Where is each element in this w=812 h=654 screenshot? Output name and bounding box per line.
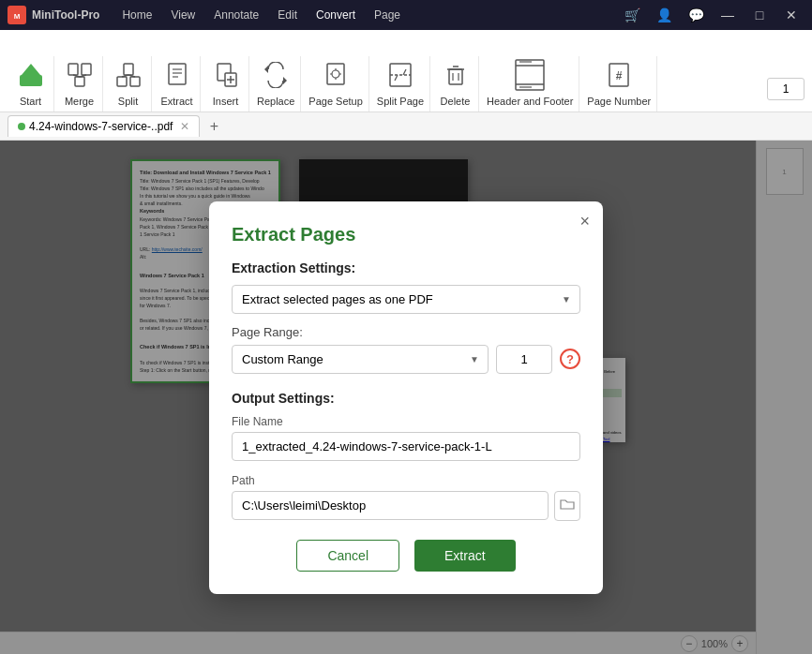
ribbon-split[interactable]: Split xyxy=(105,56,152,111)
extract-button[interactable]: Extract xyxy=(414,540,516,572)
svg-rect-10 xyxy=(117,77,127,86)
page-setup-icon xyxy=(319,56,353,94)
modal-overlay: × Extract Pages Extraction Settings: Ext… xyxy=(0,141,812,654)
merge-label: Merge xyxy=(65,96,94,108)
svg-rect-39 xyxy=(516,60,544,90)
cancel-button[interactable]: Cancel xyxy=(296,540,399,572)
insert-icon xyxy=(209,56,243,94)
svg-line-32 xyxy=(395,75,398,81)
page-range-select[interactable]: Custom RangeAll PagesOdd PagesEven Pages xyxy=(232,345,489,374)
page-number-icon: # xyxy=(602,56,636,94)
menu-page[interactable]: Page xyxy=(365,5,410,25)
path-field: Path xyxy=(232,474,580,521)
ribbon-delete[interactable]: Delete xyxy=(432,56,479,111)
svg-rect-5 xyxy=(82,64,91,75)
start-icon xyxy=(14,56,48,94)
tab-active-dot xyxy=(18,123,25,130)
modal-close-button[interactable]: × xyxy=(579,213,590,230)
page-range-row: Custom RangeAll PagesOdd PagesEven Pages… xyxy=(232,345,580,374)
insert-label: Insert xyxy=(213,96,239,108)
svg-text:#: # xyxy=(616,69,623,82)
file-name-field: File Name xyxy=(232,415,580,461)
delete-icon xyxy=(439,56,473,94)
page-range-input[interactable] xyxy=(496,345,552,374)
file-name-label: File Name xyxy=(232,415,580,428)
extraction-settings-section: Extraction Settings: Extract selected pa… xyxy=(232,260,580,374)
delete-label: Delete xyxy=(441,96,471,108)
extraction-settings-title: Extraction Settings: xyxy=(232,260,580,275)
ribbon-header-footer[interactable]: Header and Footer xyxy=(481,56,579,111)
page-number-label: Page Number xyxy=(587,96,651,108)
app-name: MiniTool-Pro xyxy=(32,8,99,22)
ribbon-page-setup[interactable]: Page Setup xyxy=(303,56,369,111)
svg-marker-23 xyxy=(264,66,268,73)
ribbon-merge[interactable]: Merge xyxy=(56,56,103,111)
extract-label: Extract xyxy=(160,96,192,108)
ribbon: Start Merge Split Extract Insert Replace xyxy=(0,30,812,112)
folder-browse-button[interactable] xyxy=(554,491,580,521)
svg-rect-2 xyxy=(20,75,42,86)
svg-text:M: M xyxy=(14,12,21,21)
menu-edit[interactable]: Edit xyxy=(268,5,307,25)
svg-rect-4 xyxy=(68,64,78,75)
extraction-type-wrapper: Extract selected pages as one PDFExtract… xyxy=(232,285,580,314)
svg-rect-11 xyxy=(130,77,140,86)
menu-bar: Home View Annotate Edit Convert Page xyxy=(113,5,410,25)
ribbon-start[interactable]: Start xyxy=(8,56,54,111)
minimize-button[interactable]: — xyxy=(714,6,741,24)
tab-close-icon[interactable]: ✕ xyxy=(180,120,189,133)
file-name-input[interactable] xyxy=(232,432,580,461)
tab-add-button[interactable]: + xyxy=(203,116,224,137)
path-row xyxy=(232,491,580,521)
start-label: Start xyxy=(20,96,41,108)
svg-marker-22 xyxy=(283,77,287,84)
ribbon-extract[interactable]: Extract xyxy=(154,56,201,111)
svg-line-13 xyxy=(128,75,135,77)
output-settings-section: Output Settings: File Name xyxy=(232,391,580,461)
main-content: Title: Download and Install Windows 7 Se… xyxy=(0,141,812,654)
ribbon-replace[interactable]: Replace xyxy=(251,56,301,111)
path-label: Path xyxy=(232,474,580,487)
maximize-button[interactable]: □ xyxy=(746,6,773,24)
chat-icon[interactable]: 💬 xyxy=(683,6,709,24)
close-button[interactable]: ✕ xyxy=(778,6,804,24)
svg-marker-3 xyxy=(22,64,40,75)
header-footer-icon xyxy=(513,56,547,94)
path-input[interactable] xyxy=(232,491,549,520)
svg-line-33 xyxy=(403,69,406,75)
modal-title: Extract Pages xyxy=(232,224,580,245)
split-page-label: Split Page xyxy=(377,96,424,108)
user-icon[interactable]: 👤 xyxy=(651,6,677,24)
split-icon xyxy=(112,56,145,94)
split-label: Split xyxy=(118,96,138,108)
title-bar: M MiniTool-Pro Home View Annotate Edit C… xyxy=(0,0,812,30)
ribbon-page-number[interactable]: # Page Number xyxy=(581,56,657,111)
page-number-input[interactable] xyxy=(767,78,804,100)
page-setup-label: Page Setup xyxy=(308,96,363,108)
extraction-type-select[interactable]: Extract selected pages as one PDFExtract… xyxy=(232,285,580,314)
svg-rect-34 xyxy=(449,69,462,84)
tab-pdf[interactable]: 4.24-windows-7-service-..pdf ✕ xyxy=(8,115,200,137)
modal-actions: Cancel Extract xyxy=(232,540,580,572)
menu-annotate[interactable]: Annotate xyxy=(204,5,268,25)
svg-rect-6 xyxy=(75,77,84,86)
merge-icon xyxy=(63,56,97,94)
menu-convert[interactable]: Convert xyxy=(307,5,365,25)
menu-view[interactable]: View xyxy=(161,5,204,25)
split-page-icon xyxy=(383,56,417,94)
ribbon-split-page[interactable]: Split Page xyxy=(371,56,430,111)
folder-icon xyxy=(560,498,575,513)
app-logo: M xyxy=(8,6,26,24)
replace-icon xyxy=(259,56,293,94)
shop-icon[interactable]: 🛒 xyxy=(619,6,645,24)
extract-icon xyxy=(160,56,194,94)
page-range-label: Page Range: xyxy=(232,325,580,339)
help-icon[interactable]: ? xyxy=(560,349,580,369)
page-range-select-wrapper: Custom RangeAll PagesOdd PagesEven Pages… xyxy=(232,345,489,374)
ribbon-insert[interactable]: Insert xyxy=(203,56,249,111)
svg-point-25 xyxy=(332,70,339,78)
replace-label: Replace xyxy=(257,96,294,108)
svg-rect-14 xyxy=(169,64,186,84)
tab-label: 4.24-windows-7-service-..pdf xyxy=(29,120,173,133)
menu-home[interactable]: Home xyxy=(113,5,161,25)
